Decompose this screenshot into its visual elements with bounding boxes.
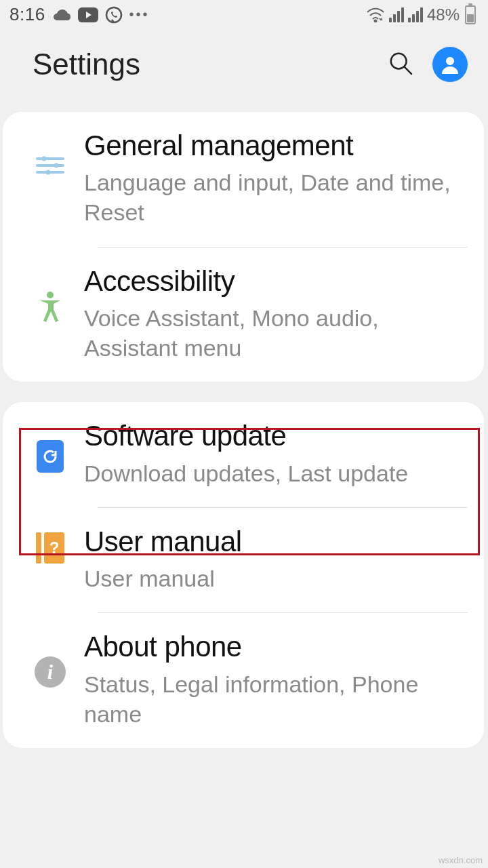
profile-avatar[interactable] bbox=[432, 47, 468, 82]
sliders-icon bbox=[19, 130, 81, 176]
item-body: Accessibility Voice Assistant, Mono audi… bbox=[84, 265, 470, 363]
app-header: Settings bbox=[0, 28, 488, 112]
whatsapp-icon bbox=[105, 6, 123, 24]
battery-percent: 48% bbox=[427, 5, 460, 24]
item-software-update[interactable]: Software update Download updates, Last u… bbox=[3, 402, 484, 507]
svg-point-7 bbox=[42, 157, 47, 161]
status-left: 8:16 ••• bbox=[9, 4, 150, 25]
header-actions bbox=[388, 47, 468, 82]
status-right: 48% bbox=[366, 5, 476, 24]
signal-icon bbox=[408, 7, 423, 22]
page-title: Settings bbox=[33, 47, 388, 81]
watermark: wsxdn.com bbox=[439, 855, 483, 865]
item-body: Software update Download updates, Last u… bbox=[84, 420, 470, 488]
svg-point-9 bbox=[54, 163, 59, 168]
svg-point-1 bbox=[106, 7, 121, 22]
status-time: 8:16 bbox=[9, 4, 45, 25]
more-icon: ••• bbox=[129, 7, 150, 22]
item-subtitle: Download updates, Last update bbox=[84, 458, 458, 488]
item-title: About phone bbox=[84, 631, 458, 663]
item-user-manual[interactable]: ? User manual User manual bbox=[3, 508, 484, 612]
item-body: User manual User manual bbox=[84, 526, 470, 593]
item-general-management[interactable]: General management Language and input, D… bbox=[3, 112, 484, 247]
settings-group-2: Software update Download updates, Last u… bbox=[3, 402, 484, 748]
battery-icon bbox=[465, 5, 476, 24]
signal-icon bbox=[389, 7, 404, 22]
accessibility-icon bbox=[19, 265, 81, 322]
svg-point-5 bbox=[446, 57, 454, 65]
svg-point-11 bbox=[46, 170, 51, 175]
search-icon[interactable] bbox=[388, 50, 413, 79]
item-subtitle: Language and input, Date and time, Reset bbox=[84, 167, 458, 227]
svg-point-2 bbox=[374, 20, 376, 22]
item-accessibility[interactable]: Accessibility Voice Assistant, Mono audi… bbox=[3, 248, 484, 382]
item-title: User manual bbox=[84, 526, 458, 558]
svg-line-4 bbox=[405, 67, 411, 74]
item-body: General management Language and input, D… bbox=[84, 130, 470, 228]
item-title: Software update bbox=[84, 420, 458, 452]
item-about-phone[interactable]: i About phone Status, Legal information,… bbox=[3, 613, 484, 748]
wifi-icon bbox=[366, 7, 385, 22]
info-icon: i bbox=[19, 631, 81, 688]
item-subtitle: Status, Legal information, Phone name bbox=[84, 669, 458, 729]
update-icon bbox=[19, 420, 81, 473]
settings-group-1: General management Language and input, D… bbox=[3, 112, 484, 382]
status-bar: 8:16 ••• 48% bbox=[0, 0, 488, 28]
item-subtitle: Voice Assistant, Mono audio, Assistant m… bbox=[84, 303, 458, 363]
item-title: General management bbox=[84, 130, 458, 162]
item-title: Accessibility bbox=[84, 265, 458, 298]
cloud-icon bbox=[52, 8, 71, 22]
item-body: About phone Status, Legal information, P… bbox=[84, 631, 470, 729]
youtube-icon bbox=[78, 7, 98, 22]
item-subtitle: User manual bbox=[84, 564, 458, 593]
svg-point-12 bbox=[47, 292, 54, 298]
manual-icon: ? bbox=[19, 526, 81, 564]
